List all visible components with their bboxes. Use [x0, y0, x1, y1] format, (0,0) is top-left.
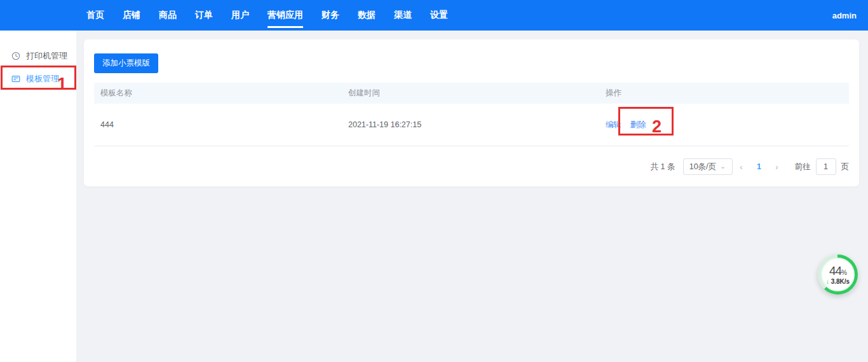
nav-item-users[interactable]: 用户 [231, 0, 249, 31]
pagination-total: 共 1 条 [651, 162, 675, 172]
nav-item-settings[interactable]: 设置 [430, 0, 448, 31]
nav-item-channels[interactable]: 渠道 [394, 0, 412, 31]
col-header-created-time: 创建时间 [348, 88, 606, 99]
template-table: 模板名称 创建时间 操作 444 2021-11-19 16:27:15 编辑 … [94, 83, 849, 146]
pagination: 共 1 条 10条/页 ⌄ ‹ 1 › 前往 页 [651, 158, 849, 176]
download-arrow-icon: ↓ [826, 278, 829, 285]
current-user[interactable]: admin [832, 0, 857, 31]
cell-template-name: 444 [94, 120, 348, 129]
page-number-1[interactable]: 1 [750, 162, 768, 171]
add-receipt-template-button[interactable]: 添加小票模版 [94, 53, 158, 73]
main-menu: 首页 店铺 商品 订单 用户 营销应用 财务 数据 渠道 设置 [86, 0, 448, 31]
network-speed-widget[interactable]: 44% ↓ 3.8K/s [818, 254, 858, 295]
col-header-template-name: 模板名称 [94, 88, 348, 99]
table-row: 444 2021-11-19 16:27:15 编辑 删除 [94, 104, 849, 146]
goto-label: 前往 [795, 162, 811, 172]
percent-number: 44 [829, 264, 841, 277]
download-speed: ↓ 3.8K/s [826, 278, 850, 285]
col-header-actions: 操作 [606, 88, 849, 99]
annotation-number-2: 2 [652, 117, 661, 137]
percent-sign: % [841, 269, 846, 276]
table-header-row: 模板名称 创建时间 操作 [94, 83, 849, 104]
network-widget-inner: 44% ↓ 3.8K/s [821, 258, 855, 291]
nav-item-orders[interactable]: 订单 [195, 0, 213, 31]
nav-item-goods[interactable]: 商品 [159, 0, 177, 31]
top-navbar: 首页 店铺 商品 订单 用户 营销应用 财务 数据 渠道 设置 admin [0, 0, 868, 31]
nav-item-home[interactable]: 首页 [86, 0, 104, 31]
chevron-down-icon: ⌄ [720, 163, 726, 170]
page-size-select[interactable]: 10条/页 ⌄ [683, 158, 733, 175]
next-page-button[interactable]: › [768, 162, 786, 172]
chevron-left-icon: ‹ [740, 162, 742, 172]
nav-item-shop[interactable]: 店铺 [123, 0, 140, 31]
annotation-box-2 [618, 107, 674, 136]
sidebar-item-printer-management[interactable]: 打印机管理 [0, 45, 76, 67]
annotation-number-1: 1 [57, 74, 67, 94]
cell-created-time: 2021-11-19 16:27:15 [348, 120, 606, 129]
nav-item-data[interactable]: 数据 [358, 0, 376, 31]
sidebar-item-label: 打印机管理 [26, 50, 67, 62]
speed-value: 3.8K/s [831, 278, 850, 285]
nav-item-finance[interactable]: 财务 [322, 0, 339, 31]
clock-icon [11, 52, 20, 60]
content-card: 添加小票模版 模板名称 创建时间 操作 444 2021-11-19 16:27… [84, 39, 859, 186]
page-unit-label: 页 [841, 162, 850, 172]
goto-page-input[interactable] [816, 158, 836, 175]
chevron-right-icon: › [775, 162, 778, 172]
prev-page-button[interactable]: ‹ [733, 162, 750, 172]
page-size-value: 10条/页 [689, 162, 716, 172]
nav-item-marketing-apps[interactable]: 营销应用 [268, 0, 303, 31]
percent-value: 44% [829, 265, 846, 277]
